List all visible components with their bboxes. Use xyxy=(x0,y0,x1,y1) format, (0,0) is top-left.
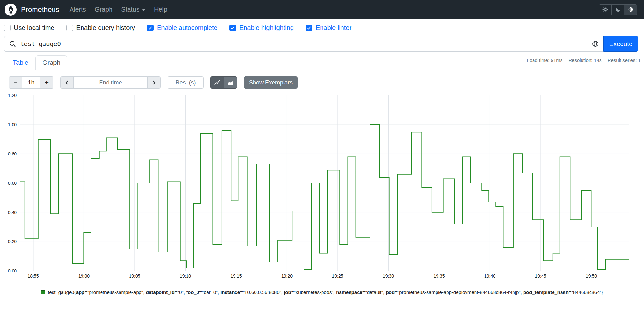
stacked-graph-toggle[interactable] xyxy=(224,76,237,89)
settings-gear-icon xyxy=(602,6,608,13)
line-graph-toggle[interactable] xyxy=(210,76,224,89)
y-axis-label: 1.20 xyxy=(8,93,17,98)
nav-item-alerts[interactable]: Alerts xyxy=(70,6,86,13)
tabs-row: Table Graph Load time: 91ms Resolution: … xyxy=(3,55,641,70)
load-time-text: Load time: 91ms xyxy=(527,57,562,63)
half-circle-theme-icon xyxy=(628,7,633,12)
flame-icon xyxy=(6,5,15,14)
chevron-left-icon xyxy=(64,80,70,85)
graph-controls: − + Show E xyxy=(9,76,641,89)
nav-item-help[interactable]: Help xyxy=(154,6,167,13)
x-axis-label: 19:00 xyxy=(78,273,90,279)
resolution-input[interactable] xyxy=(168,76,204,89)
y-axis-label: 0.40 xyxy=(8,210,17,215)
unchecked-checkbox-icon[interactable] xyxy=(66,25,73,31)
stacked-chart-icon xyxy=(227,79,234,86)
prometheus-logo[interactable] xyxy=(5,4,17,16)
x-axis-label: 19:35 xyxy=(433,273,445,279)
time-back-button[interactable] xyxy=(60,76,74,89)
y-axis-label: 0.60 xyxy=(8,181,17,186)
x-axis-label: 19:05 xyxy=(129,273,140,279)
x-axis-label: 19:50 xyxy=(586,273,597,279)
unchecked-checkbox-icon[interactable] xyxy=(4,25,11,31)
checkbox-label: Enable query history xyxy=(76,24,135,32)
x-axis-label: 19:10 xyxy=(180,273,191,279)
y-axis-label: 0.80 xyxy=(8,151,17,156)
x-axis-label: 19:45 xyxy=(535,273,546,279)
search-icon xyxy=(4,40,20,47)
time-forward-button[interactable] xyxy=(147,76,161,89)
execute-button[interactable]: Execute xyxy=(603,36,638,52)
checkbox-label: Use local time xyxy=(14,24,54,32)
options-row: Use local timeEnable query historyEnable… xyxy=(0,19,644,36)
auto-theme-button[interactable] xyxy=(624,5,637,15)
checked-checkbox-icon[interactable] xyxy=(306,25,312,31)
checkbox-enable-query-history[interactable]: Enable query history xyxy=(66,24,135,32)
show-exemplars-button[interactable]: Show Exemplars xyxy=(244,76,298,89)
x-axis-label: 18:55 xyxy=(27,273,39,279)
checkbox-enable-highlighting[interactable]: Enable highlighting xyxy=(229,24,294,32)
graph-panel: − + Show E xyxy=(3,76,641,311)
checkbox-label: Enable highlighting xyxy=(239,24,294,32)
end-time-group xyxy=(60,76,161,89)
expression-input[interactable] xyxy=(20,36,587,51)
x-axis-label: 19:40 xyxy=(484,273,495,279)
theme-toggle-group xyxy=(599,4,637,15)
checkbox-label: Enable autocomplete xyxy=(157,24,217,32)
query-row: Execute xyxy=(4,36,638,52)
range-increase-button[interactable]: + xyxy=(40,76,53,89)
x-axis-label: 19:30 xyxy=(383,273,394,279)
checked-checkbox-icon[interactable] xyxy=(147,25,154,31)
query-input-group xyxy=(4,36,603,52)
range-group: − + xyxy=(9,76,53,89)
metrics-explorer-button[interactable] xyxy=(587,40,603,47)
x-axis-label: 19:15 xyxy=(230,273,242,279)
y-axis-label: 0.00 xyxy=(8,268,17,273)
tab-table[interactable]: Table xyxy=(6,55,35,70)
chevron-down-icon xyxy=(142,9,145,11)
checkbox-enable-autocomplete[interactable]: Enable autocomplete xyxy=(147,24,217,32)
brand-title[interactable]: Prometheus xyxy=(21,5,59,14)
resolution-text: Resolution: 14s xyxy=(568,57,601,63)
globe-icon xyxy=(592,40,599,47)
series-line xyxy=(20,125,629,270)
chevron-right-icon xyxy=(151,80,157,85)
range-decrease-button[interactable]: − xyxy=(9,76,22,89)
line-chart-icon xyxy=(214,79,220,86)
light-theme-button[interactable] xyxy=(599,5,611,15)
result-series-text: Result series: 1 xyxy=(608,57,641,63)
chart-plot[interactable]: 0.000.200.400.600.801.001.2018:5519:0019… xyxy=(20,95,629,271)
tab-graph[interactable]: Graph xyxy=(35,55,68,70)
legend-text: test_gauge0{app="prometheus-sample-app",… xyxy=(48,289,603,296)
legend-swatch xyxy=(41,290,45,294)
range-input[interactable] xyxy=(22,76,40,89)
navbar: Prometheus AlertsGraphStatusHelp xyxy=(0,0,644,19)
legend-item[interactable]: test_gauge0{app="prometheus-sample-app",… xyxy=(3,289,641,296)
y-axis-label: 1.00 xyxy=(8,122,17,127)
chart-canvas xyxy=(20,95,629,271)
chart-type-toggle xyxy=(210,76,237,89)
checkbox-enable-linter[interactable]: Enable linter xyxy=(306,24,351,32)
x-axis-label: 19:25 xyxy=(332,273,343,279)
nav-item-graph[interactable]: Graph xyxy=(95,6,113,13)
query-stats: Load time: 91ms Resolution: 14s Result s… xyxy=(527,57,641,63)
x-axis-label: 19:20 xyxy=(281,273,293,279)
navbar-left: Prometheus AlertsGraphStatusHelp xyxy=(5,0,167,19)
dark-theme-button[interactable] xyxy=(611,5,624,15)
nav-item-status[interactable]: Status xyxy=(121,6,145,13)
checkbox-use-local-time[interactable]: Use local time xyxy=(4,24,54,32)
navbar-links: AlertsGraphStatusHelp xyxy=(70,6,168,13)
checked-checkbox-icon[interactable] xyxy=(229,25,236,31)
main-content: Table Graph Load time: 91ms Resolution: … xyxy=(3,55,641,311)
end-time-input[interactable] xyxy=(73,76,148,89)
chart-area: 0.000.200.400.600.801.001.2018:5519:0019… xyxy=(20,95,629,271)
moon-icon xyxy=(615,7,621,12)
y-axis-label: 0.20 xyxy=(8,239,17,244)
tabs: Table Graph xyxy=(6,55,67,70)
checkbox-label: Enable linter xyxy=(316,24,351,32)
